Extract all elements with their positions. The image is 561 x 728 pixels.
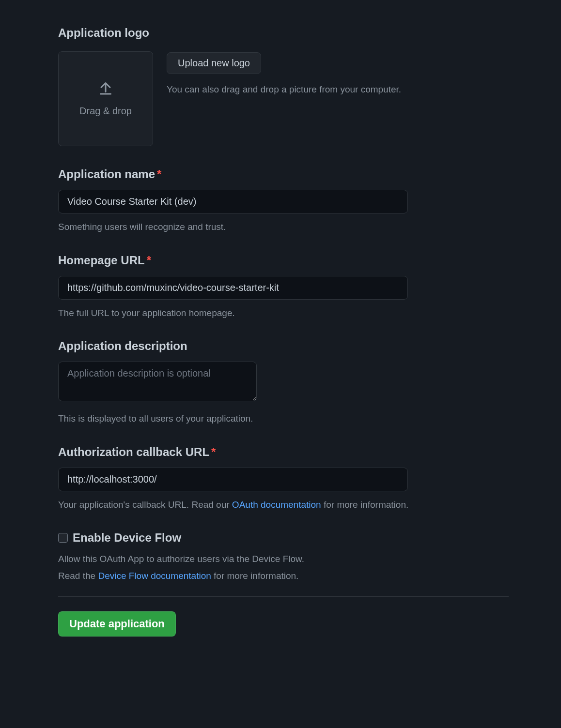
app-description-label: Application description	[58, 337, 509, 355]
device-flow-docs-link[interactable]: Device Flow documentation	[98, 571, 211, 581]
callback-url-label: Authorization callback URL*	[58, 443, 509, 461]
update-application-button[interactable]: Update application	[58, 611, 176, 637]
homepage-url-input[interactable]	[58, 276, 408, 300]
app-description-textarea[interactable]	[58, 362, 257, 401]
homepage-url-help: The full URL to your application homepag…	[58, 306, 509, 320]
callback-url-help: Your application's callback URL. Read ou…	[58, 498, 509, 512]
app-name-label: Application name*	[58, 166, 509, 183]
device-flow-label: Enable Device Flow	[73, 529, 181, 546]
oauth-docs-link[interactable]: OAuth documentation	[232, 500, 321, 510]
required-indicator: *	[147, 254, 151, 267]
device-flow-help1: Allow this OAuth App to authorize users …	[58, 552, 509, 566]
upload-icon	[97, 79, 114, 97]
upload-logo-button[interactable]: Upload new logo	[167, 52, 261, 74]
device-flow-checkbox[interactable]	[58, 533, 68, 543]
app-logo-heading: Application logo	[58, 24, 509, 42]
homepage-url-label: Homepage URL*	[58, 252, 509, 269]
callback-url-input[interactable]	[58, 468, 408, 491]
logo-dropzone[interactable]: Drag & drop	[58, 51, 153, 146]
logo-help-text: You can also drag and drop a picture fro…	[167, 83, 509, 97]
divider	[58, 596, 509, 597]
dropzone-label: Drag & drop	[79, 104, 132, 118]
required-indicator: *	[157, 167, 161, 181]
required-indicator: *	[211, 445, 216, 458]
app-name-input[interactable]	[58, 190, 408, 213]
app-name-help: Something users will recognize and trust…	[58, 220, 509, 234]
app-description-help: This is displayed to all users of your a…	[58, 412, 509, 426]
device-flow-help2: Read the Device Flow documentation for m…	[58, 569, 509, 583]
